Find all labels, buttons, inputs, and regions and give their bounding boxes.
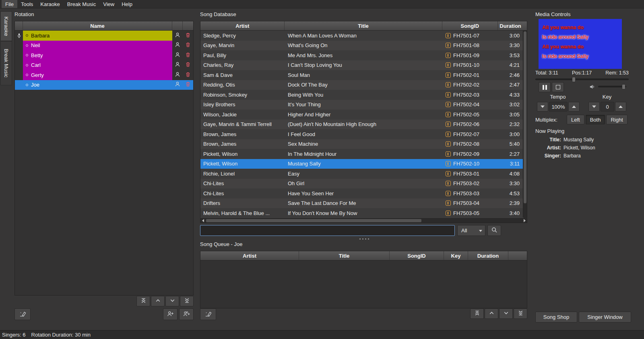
queue-header-songid[interactable]: SongID: [390, 251, 444, 260]
singer-profile-button[interactable]: [172, 80, 183, 90]
add-regular-singer-button[interactable]: [179, 308, 194, 320]
header-songid[interactable]: SongID: [442, 21, 498, 30]
song-row[interactable]: Charles, RayI Can't Stop Loving YouFH750…: [200, 60, 524, 70]
singer-name[interactable]: Joe: [23, 80, 172, 90]
song-row[interactable]: Wilson, JackieHigher And HigherFH7502-05…: [200, 110, 524, 120]
song-shop-button[interactable]: Song Shop: [535, 312, 577, 322]
rotation-singer-row[interactable]: Carl: [15, 60, 193, 70]
move-to-bottom-button[interactable]: [514, 308, 527, 319]
song-table-hscrollbar[interactable]: [200, 218, 527, 223]
tempo-up-button[interactable]: [568, 102, 580, 112]
singer-name[interactable]: Carl: [23, 60, 172, 70]
singer-delete-button[interactable]: [183, 60, 193, 70]
song-row[interactable]: Chi-LitesOh GirlFH7503-023:30: [200, 179, 524, 189]
move-to-top-button[interactable]: [136, 296, 150, 306]
menu-file[interactable]: File: [2, 0, 17, 8]
header-duration[interactable]: Duration: [498, 21, 523, 30]
hscroll-right-arrow[interactable]: [522, 219, 527, 223]
hscroll-left-arrow[interactable]: [200, 219, 205, 223]
add-singer-icon: [167, 311, 174, 318]
header-artist[interactable]: Artist: [200, 21, 285, 30]
menu-view[interactable]: View: [99, 0, 118, 8]
move-down-button[interactable]: [499, 308, 513, 319]
search-input[interactable]: [200, 225, 455, 236]
singer-profile-button[interactable]: [172, 50, 183, 60]
volume-slider-handle[interactable]: [622, 84, 625, 89]
position-slider-handle[interactable]: [572, 77, 576, 82]
song-row[interactable]: Chi-LitesHave You Seen HerFH7503-034:53: [200, 188, 524, 198]
song-row[interactable]: Brown, JamesSex MachineFH7502-085:40: [200, 139, 524, 149]
menu-help[interactable]: Help: [118, 0, 136, 8]
song-row[interactable]: Sledge, PercyWhen A Man Loves A WomanFH7…: [200, 31, 524, 41]
song-row[interactable]: Isley BrothersIt's Your ThingFH7502-043:…: [200, 100, 524, 110]
song-row[interactable]: Brown, JamesI Feel GoodFH7502-073:00: [200, 129, 524, 139]
key-down-button[interactable]: [588, 102, 600, 112]
rotation-singer-row[interactable]: Joe: [15, 80, 193, 90]
menu-tools[interactable]: Tools: [17, 0, 37, 8]
tab-karaoke[interactable]: Karaoke: [0, 11, 12, 41]
pause-button[interactable]: [539, 82, 551, 92]
move-to-bottom-button[interactable]: [180, 296, 194, 306]
move-down-button[interactable]: [165, 296, 179, 306]
song-row[interactable]: Gaye, MarvinWhat's Going OnFH7501-083:30: [200, 41, 524, 51]
search-button[interactable]: [487, 225, 501, 236]
singer-name[interactable]: Neil: [23, 41, 172, 51]
song-row[interactable]: Redding, OtisDock Of The BayFH7502-022:4…: [200, 80, 524, 90]
singer-profile-button[interactable]: [172, 31, 183, 41]
rotation-singer-row[interactable]: Gerty: [15, 70, 193, 80]
singer-profile-button[interactable]: [172, 70, 183, 80]
position-slider[interactable]: [535, 76, 629, 82]
singer-name[interactable]: Betty: [23, 50, 172, 60]
add-singer-button[interactable]: [163, 308, 178, 320]
singer-profile-button[interactable]: [172, 60, 183, 70]
multiplex-right-button[interactable]: Right: [606, 115, 627, 124]
multiplex-both-button[interactable]: Both: [586, 115, 605, 124]
singer-delete-button[interactable]: [183, 41, 193, 51]
rotation-singer-row[interactable]: Barbara: [15, 31, 193, 41]
singer-name[interactable]: Barbara: [23, 31, 172, 41]
menu-break-music[interactable]: Break Music: [64, 0, 100, 8]
move-up-button[interactable]: [151, 296, 165, 306]
rotation-singer-row[interactable]: Betty: [15, 50, 193, 60]
song-row[interactable]: Pickett, WilsonIn The Midnight HourFH750…: [200, 149, 524, 159]
queue-header-key[interactable]: Key: [444, 251, 468, 260]
song-row[interactable]: Richie, LionelEasyFH7503-014:08: [200, 169, 524, 179]
singer-delete-button[interactable]: [183, 50, 193, 60]
queue-header-title[interactable]: Title: [299, 251, 390, 260]
hscrollbar-handle[interactable]: [206, 219, 421, 222]
song-row[interactable]: Pickett, WilsonMustang SallyFH7502-103:1…: [200, 159, 524, 169]
stop-button[interactable]: [552, 82, 564, 92]
song-row[interactable]: Sam & DaveSoul ManFH7502-012:46: [200, 70, 524, 80]
volume-slider[interactable]: [598, 84, 626, 89]
multiplex-left-button[interactable]: Left: [567, 115, 584, 124]
singer-delete-button[interactable]: [183, 31, 193, 41]
key-up-button[interactable]: [615, 102, 626, 112]
song-row[interactable]: Paul, BillyMe And Mrs. JonesFH7501-093:5…: [200, 50, 524, 60]
rotation-name-column-header[interactable]: Name: [23, 21, 172, 30]
singer-delete-button[interactable]: [183, 80, 193, 90]
vscrollbar-handle[interactable]: [524, 31, 526, 203]
song-row[interactable]: Gaye, Marvin & Tammi Terrell(Duet) Ain't…: [200, 120, 524, 130]
singer-delete-button[interactable]: [183, 70, 193, 80]
tempo-down-button[interactable]: [537, 102, 548, 112]
move-to-top-button[interactable]: [470, 308, 484, 319]
song-row[interactable]: DriftersSave The Last Dance For MeFH7503…: [200, 198, 524, 209]
singer-name[interactable]: Gerty: [23, 70, 172, 80]
clear-queue-button[interactable]: [200, 308, 216, 320]
song-row[interactable]: Robinson, SmokeyBeing With YouFH7502-034…: [200, 90, 524, 100]
splitter-handle[interactable]: [359, 238, 369, 240]
singer-window-button[interactable]: Singer Window: [579, 312, 631, 322]
queue-header-duration[interactable]: Duration: [468, 251, 508, 260]
queue-header-artist[interactable]: Artist: [200, 251, 299, 260]
clear-rotation-button[interactable]: [14, 308, 31, 320]
song-id: FH7502-05: [443, 112, 499, 118]
tab-break-music[interactable]: Break Music: [0, 41, 12, 85]
song-table-vscrollbar[interactable]: [523, 31, 527, 217]
singer-profile-button[interactable]: [172, 41, 183, 51]
search-filter-combo[interactable]: All: [457, 225, 485, 236]
move-up-button[interactable]: [485, 308, 498, 319]
song-row[interactable]: Melvin, Harold & The Blue ...If You Don'…: [200, 208, 524, 218]
rotation-singer-row[interactable]: Neil: [15, 41, 193, 51]
header-title[interactable]: Title: [285, 21, 442, 30]
menu-karaoke[interactable]: Karaoke: [37, 0, 63, 8]
